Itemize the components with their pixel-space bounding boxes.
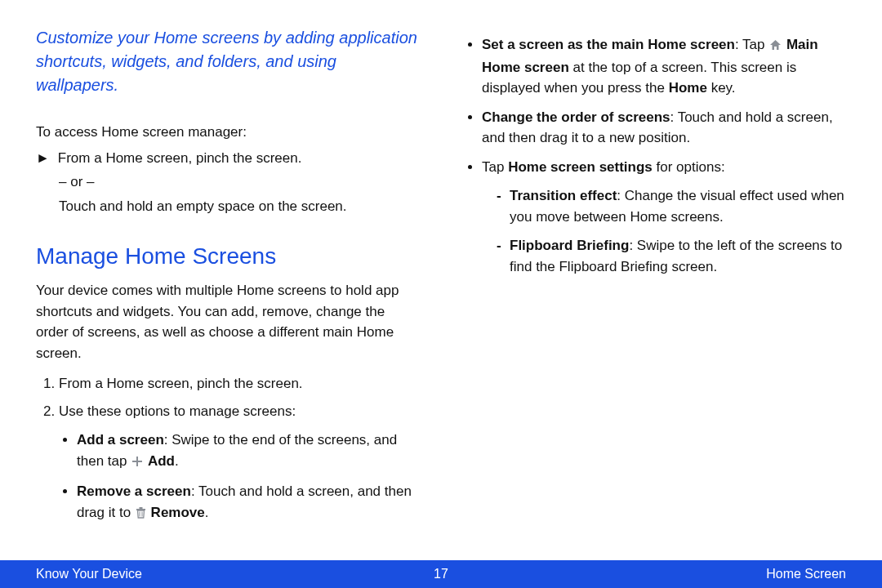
settings-lead2: for options: [653, 159, 725, 175]
set-main-mid1: : Tap [735, 37, 768, 52]
access-step: ► From a Home screen, pinch the screen. [36, 148, 418, 169]
page-body: Customize your Home screens by adding ap… [0, 0, 882, 555]
footer-page-number: 17 [434, 564, 448, 584]
set-main-label: Set a screen as the main Home screen [482, 37, 735, 52]
right-options: Set a screen as the main Home screen: Ta… [464, 34, 846, 277]
plus-icon [131, 452, 143, 474]
section-para: Your device comes with multiple Home scr… [36, 280, 418, 363]
settings-sublist: Transition effect: Change the visual eff… [482, 185, 846, 277]
settings-bold: Home screen settings [508, 159, 653, 175]
option-add-iconword: Add [148, 453, 175, 469]
option-set-main: Set a screen as the main Home screen: Ta… [482, 34, 846, 99]
settings-lead1: Tap [482, 159, 508, 175]
section-title: Manage Home Screens [36, 239, 418, 274]
option-add: Add a screen: Swipe to the end of the sc… [77, 430, 418, 473]
option-remove: Remove a screen: Touch and hold a screen… [77, 481, 418, 524]
footer-right: Home Screen [766, 564, 846, 584]
option-add-label: Add a screen [77, 432, 164, 448]
transition-label: Transition effect [510, 188, 617, 203]
footer-left: Know Your Device [36, 564, 142, 584]
option-settings: Tap Home screen settings for options: Tr… [482, 157, 846, 278]
right-column: Set a screen as the main Home screen: Ta… [464, 26, 846, 555]
step-2-options: Add a screen: Swipe to the end of the sc… [59, 430, 418, 524]
play-icon: ► [36, 148, 50, 169]
intro-text: Customize your Home screens by adding ap… [36, 26, 418, 97]
option-remove-after: . [205, 505, 209, 520]
footer-bar: Know Your Device 17 Home Screen [0, 560, 882, 588]
option-remove-label: Remove a screen [77, 483, 191, 499]
access-lead: To access Home screen manager: [36, 122, 418, 143]
trash-icon [136, 504, 146, 525]
home-icon [769, 36, 782, 57]
option-remove-iconword: Remove [151, 505, 205, 520]
access-alt: Touch and hold an empty space on the scr… [59, 196, 418, 217]
step-2-text: Use these options to manage screens: [59, 403, 296, 419]
svg-rect-1 [132, 461, 142, 462]
set-main-tail: key. [707, 80, 736, 96]
access-or: – or – [59, 172, 418, 193]
sub-transition: Transition effect: Change the visual eff… [497, 185, 846, 227]
option-change-order: Change the order of screens: Touch and h… [482, 107, 846, 149]
option-add-after: . [175, 453, 179, 469]
step-1: From a Home screen, pinch the screen. [59, 373, 418, 394]
access-step-text: From a Home screen, pinch the screen. [58, 148, 302, 169]
left-column: Customize your Home screens by adding ap… [36, 26, 418, 555]
svg-rect-3 [139, 507, 142, 509]
flipboard-label: Flipboard Briefing [510, 238, 629, 253]
order-label: Change the order of screens [482, 109, 670, 125]
set-main-homekey: Home [669, 80, 707, 96]
steps-list: From a Home screen, pinch the screen. Us… [36, 373, 418, 524]
step-2: Use these options to manage screens: Add… [59, 401, 418, 525]
sub-flipboard: Flipboard Briefing: Swipe to the left of… [497, 235, 846, 277]
